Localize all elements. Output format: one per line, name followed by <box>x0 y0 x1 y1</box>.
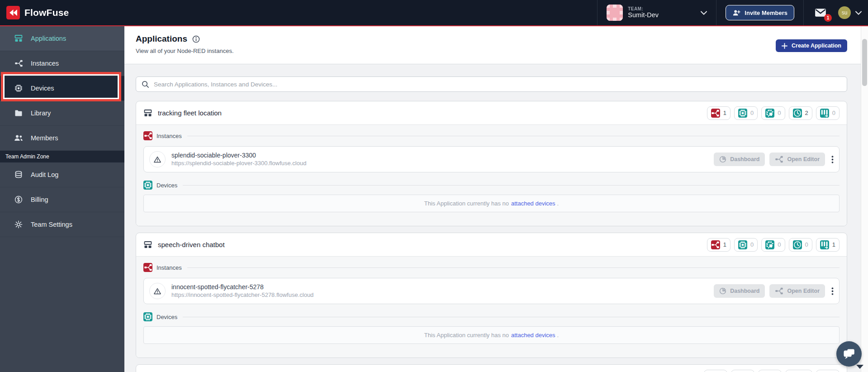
snapshots-icon <box>793 109 802 118</box>
no-devices-text: This Application currently has no <box>424 332 509 339</box>
devices-section-header: Devices <box>143 181 840 190</box>
devices-icon <box>738 109 747 118</box>
sidebar-nav: ApplicationsInstancesDevicesLibraryMembe… <box>0 26 124 151</box>
section-divider <box>183 185 840 186</box>
navbar-accent-line <box>0 25 868 26</box>
notifications-button[interactable]: 1 <box>804 0 838 25</box>
team-label: TEAM: <box>628 6 659 12</box>
badge-instances: 1 <box>707 106 730 120</box>
instance-name: innocent-spotted-flycatcher-5278 <box>171 283 313 291</box>
node-red-icon <box>775 155 783 163</box>
instances-icon <box>14 59 23 67</box>
attached-devices-link[interactable]: attached devices <box>511 200 555 207</box>
invite-members-label: Invite Members <box>745 10 787 16</box>
badge-device-groups: 0 <box>758 370 782 372</box>
application-badges: 10001 <box>707 238 840 252</box>
create-application-button[interactable]: Create Application <box>776 39 847 52</box>
badge-devices: 0 <box>734 106 758 120</box>
instances-icon <box>143 131 152 140</box>
warning-icon <box>153 287 162 296</box>
badge-device-groups: 0 <box>761 106 785 120</box>
plus-icon <box>782 43 787 49</box>
sidebar-item-members[interactable]: Members <box>0 126 124 151</box>
open-editor-button-label: Open Editor <box>787 288 820 294</box>
dashboard-button-label: Dashboard <box>730 156 759 162</box>
kebab-menu-button[interactable] <box>831 287 834 296</box>
sidebar-item-label: Applications <box>31 35 66 42</box>
sidebar-item-audit-log[interactable]: Audit Log <box>0 162 124 187</box>
chevron-down-icon <box>701 11 707 15</box>
invite-members-button[interactable]: Invite Members <box>726 5 794 20</box>
application-card: test310200 <box>136 364 847 372</box>
application-badges: 310200 <box>704 370 840 372</box>
open-editor-button-label: Open Editor <box>787 156 820 162</box>
brand[interactable]: FlowFuse <box>6 6 69 19</box>
sidebar-item-applications[interactable]: Applications <box>0 26 124 51</box>
person-add-icon <box>732 9 740 16</box>
application-card-body: Instancessplendid-sociable-plover-3300ht… <box>136 124 847 226</box>
content: tracking fleet location10020Instancesspl… <box>124 64 861 372</box>
members-icon <box>14 134 23 142</box>
sidebar-item-billing[interactable]: Billing <box>0 187 124 212</box>
scrollbar[interactable] <box>861 26 868 372</box>
dashboard-button[interactable]: Dashboard <box>714 153 765 166</box>
open-editor-button[interactable]: Open Editor <box>769 153 825 166</box>
application-card-header[interactable]: speech-driven chatbot10001 <box>136 233 847 256</box>
instance-url: https://splendid-sociable-plover-3300.fl… <box>171 160 306 167</box>
instance-status-avatar <box>149 151 166 167</box>
search-input[interactable] <box>154 81 841 88</box>
navbar-right: TEAM: Sumit-Dev Invite Members 1 su <box>597 0 868 25</box>
instance-row[interactable]: innocent-spotted-flycatcher-5278https://… <box>143 278 840 304</box>
warning-icon <box>153 155 162 164</box>
badge-count: 0 <box>832 110 835 116</box>
library-icon <box>14 110 23 117</box>
chevron-down-icon <box>855 11 862 15</box>
page-subtitle: View all of your Node-RED instances. <box>136 48 847 54</box>
info-icon[interactable] <box>192 35 200 43</box>
sidebar-item-devices[interactable]: Devices <box>0 76 124 101</box>
instance-row[interactable]: splendid-sociable-plover-3300https://spl… <box>143 146 840 172</box>
devices-section-header-label: Devices <box>157 314 177 320</box>
no-devices-message: This Application currently has noattache… <box>143 326 840 344</box>
attached-devices-link[interactable]: attached devices <box>511 332 555 339</box>
devices-icon <box>738 240 747 249</box>
team-labels: TEAM: Sumit-Dev <box>628 6 659 19</box>
instances-section-header-label: Instances <box>157 133 182 139</box>
devices-icon <box>143 181 152 190</box>
instance-meta: innocent-spotted-flycatcher-5278https://… <box>171 283 313 299</box>
no-devices-suffix: . <box>557 332 559 339</box>
scrollbar-thumb[interactable] <box>862 39 867 86</box>
open-editor-button[interactable]: Open Editor <box>769 284 825 298</box>
top-navbar: FlowFuse TEAM: Sumit-Dev Invite Members <box>0 0 868 25</box>
device-group-icon <box>765 109 774 118</box>
search-icon <box>142 81 149 88</box>
resize-caret-icon <box>856 365 863 369</box>
instance-actions: DashboardOpen Editor <box>714 284 834 298</box>
sidebar-item-team-settings[interactable]: Team Settings <box>0 212 124 237</box>
application-badges: 10020 <box>707 106 840 120</box>
application-card-header[interactable]: test310200 <box>136 365 847 372</box>
instance-meta: splendid-sociable-plover-3300https://spl… <box>171 152 306 167</box>
badge-pipelines: 0 <box>816 106 840 120</box>
search-bar[interactable] <box>136 76 847 92</box>
chat-widget-button[interactable] <box>836 341 862 367</box>
application-icon <box>143 241 152 249</box>
application-card-header[interactable]: tracking fleet location10020 <box>136 101 847 124</box>
kebab-menu-button[interactable] <box>831 155 834 164</box>
sidebar-item-instances[interactable]: Instances <box>0 51 124 76</box>
section-divider <box>187 136 840 136</box>
dashboard-button[interactable]: Dashboard <box>714 284 765 298</box>
application-icon <box>143 109 152 117</box>
user-menu[interactable]: su <box>838 6 868 19</box>
team-selector[interactable]: TEAM: Sumit-Dev <box>598 0 716 25</box>
sidebar-item-library[interactable]: Library <box>0 101 124 126</box>
badge-count: 1 <box>723 241 726 248</box>
badge-instances: 3 <box>704 370 727 372</box>
badge-device-groups: 0 <box>761 238 785 252</box>
team-avatar <box>607 5 623 21</box>
sidebar-item-label: Audit Log <box>31 171 58 178</box>
team-settings-icon <box>14 220 23 229</box>
badge-instances: 1 <box>707 238 730 252</box>
pipelines-icon <box>820 240 829 249</box>
applications-list: tracking fleet location10020Instancesspl… <box>136 101 847 372</box>
